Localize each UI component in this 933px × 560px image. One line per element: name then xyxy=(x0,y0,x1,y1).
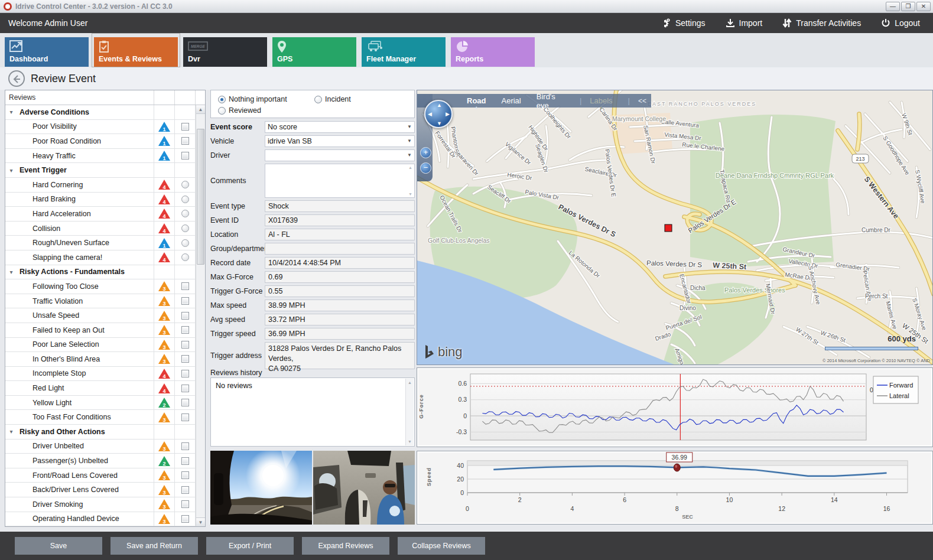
status-radio-incident[interactable]: Incident xyxy=(314,95,351,103)
map-pan-control[interactable]: ▲▼ ◀▶ xyxy=(424,100,453,128)
tree-group-row[interactable]: ▾Risky Actions - Fundamentals xyxy=(5,265,196,280)
item-checkbox[interactable] xyxy=(181,297,189,305)
tree-item-row[interactable]: Front/Road Lens Covered3 xyxy=(5,468,196,483)
tree-item-row[interactable]: In Other's Blind Area3 xyxy=(5,352,196,367)
item-checkbox[interactable] xyxy=(181,123,189,131)
event-location-marker[interactable] xyxy=(665,224,672,232)
textarea-scrollbar[interactable]: ▲▼ xyxy=(407,164,414,197)
collapse-arrow-icon[interactable]: ▾ xyxy=(5,428,17,435)
tree-item-row[interactable]: Hard Acceleration4 xyxy=(5,207,196,222)
map-view-aerial[interactable]: Aerial xyxy=(502,96,521,105)
tree-group-row[interactable]: ▾Risky and Other Actions xyxy=(5,425,196,439)
collapse-arrow-icon[interactable]: ▾ xyxy=(5,269,17,275)
tree-group-row[interactable]: ▾Adverse Conditions xyxy=(5,105,196,120)
bing-map[interactable]: Forrestal DrPhantom DrSearaven DrVigilan… xyxy=(417,90,933,365)
logout-button[interactable]: Logout xyxy=(881,18,920,28)
item-radio[interactable] xyxy=(181,181,189,188)
driver-select[interactable] xyxy=(265,149,415,161)
tree-item-row[interactable]: Too Fast For Conditions3 xyxy=(5,410,196,425)
item-checkbox[interactable] xyxy=(181,399,189,406)
tree-item-row[interactable]: Passenger(s) Unbelted2 xyxy=(5,454,196,468)
tab-fleet-manager[interactable]: Fleet Manager xyxy=(362,37,446,67)
radio-icon[interactable] xyxy=(218,107,226,115)
expand-reviews-button[interactable]: Expand Reviews xyxy=(302,537,389,555)
tree-item-row[interactable]: Driver Unbelted3 xyxy=(5,439,196,454)
tree-item-row[interactable]: Following Too Close3 xyxy=(5,279,196,294)
tree-item-row[interactable]: Yellow Light2 xyxy=(5,396,196,411)
item-checkbox[interactable] xyxy=(181,515,189,523)
collapse-reviews-button[interactable]: Collapse Reviews xyxy=(398,537,485,555)
item-checkbox[interactable] xyxy=(181,442,189,450)
save-and-return-button[interactable]: Save and Return xyxy=(110,537,198,555)
maximize-button[interactable]: ❐ xyxy=(901,2,915,11)
tree-item-row[interactable]: Driver Smoking3 xyxy=(5,497,196,512)
item-checkbox[interactable] xyxy=(181,500,189,508)
tree-item-row[interactable]: Red Light4 xyxy=(5,381,196,396)
item-checkbox[interactable] xyxy=(181,370,189,377)
cabin-camera-image[interactable] xyxy=(313,451,415,525)
tab-dvr[interactable]: MERGEDvr xyxy=(183,37,267,67)
tab-dashboard[interactable]: Dashboard xyxy=(5,37,89,67)
item-radio[interactable] xyxy=(181,224,189,232)
tab-reports[interactable]: Reports xyxy=(451,37,535,67)
map-zoom-out-button[interactable]: − xyxy=(420,162,431,174)
tree-group-row[interactable]: ▾Event Trigger xyxy=(5,163,196,178)
collapse-arrow-icon[interactable]: ▾ xyxy=(5,109,17,115)
tree-item-row[interactable]: Back/Driver Lens Covered3 xyxy=(5,483,196,497)
tree-item-row[interactable]: Poor Road Condition1 xyxy=(5,134,196,149)
map-view-bird-s-eye[interactable]: Bird's eye xyxy=(537,92,564,110)
item-radio[interactable] xyxy=(181,239,189,247)
back-button[interactable] xyxy=(8,70,25,87)
map-view-labels[interactable]: Labels xyxy=(590,96,612,105)
item-checkbox[interactable] xyxy=(181,486,189,494)
tree-item-row[interactable]: Hard Braking4 xyxy=(5,193,196,207)
tree-item-row[interactable]: Hard Cornering4 xyxy=(5,178,196,193)
road-camera-image[interactable] xyxy=(210,451,312,525)
reviews-history-scrollbar[interactable]: ▲▼ xyxy=(405,379,414,445)
tree-item-row[interactable]: Slapping the camera!4 xyxy=(5,250,196,265)
vehicle-select[interactable]: idrive Van SB xyxy=(265,135,415,147)
tab-gps[interactable]: GPS xyxy=(272,37,356,67)
reviews-history-list[interactable]: No reviews ▲▼ xyxy=(210,377,415,447)
event-score-select[interactable]: No score xyxy=(265,121,415,133)
item-checkbox[interactable] xyxy=(181,414,189,421)
minimize-button[interactable]: — xyxy=(886,2,900,11)
export-print-button[interactable]: Export / Print xyxy=(206,537,294,555)
item-checkbox[interactable] xyxy=(181,471,189,479)
reviews-scrollbar[interactable]: ▲ ▼ xyxy=(196,105,205,526)
scroll-up-icon[interactable]: ▲ xyxy=(196,105,205,114)
radio-icon[interactable] xyxy=(314,96,322,103)
item-checkbox[interactable] xyxy=(181,312,189,320)
item-radio[interactable] xyxy=(181,210,189,217)
import-button[interactable]: Import xyxy=(726,18,763,28)
status-radio-nothing-important[interactable]: Nothing important xyxy=(218,95,287,103)
status-radio-reviewed[interactable]: Reviewed xyxy=(218,106,261,115)
comments-textarea[interactable]: ▲▼ xyxy=(265,164,415,198)
collapse-arrow-icon[interactable]: ▾ xyxy=(5,167,17,174)
map-collapse-button[interactable]: << xyxy=(638,97,651,105)
item-checkbox[interactable] xyxy=(181,457,189,465)
item-radio[interactable] xyxy=(181,253,189,261)
tree-item-row[interactable]: Rough/Uneven Surface1 xyxy=(5,236,196,250)
tree-item-row[interactable]: Collision4 xyxy=(5,222,196,236)
item-checkbox[interactable] xyxy=(181,341,189,349)
radio-icon[interactable] xyxy=(218,96,226,103)
close-button[interactable]: ✕ xyxy=(916,2,931,11)
item-checkbox[interactable] xyxy=(181,282,189,290)
tree-item-row[interactable]: Failed to Keep an Out3 xyxy=(5,323,196,338)
save-button[interactable]: Save xyxy=(15,537,102,555)
item-checkbox[interactable] xyxy=(181,355,189,363)
tree-item-row[interactable]: Poor Visibility1 xyxy=(5,120,196,135)
item-radio[interactable] xyxy=(181,196,189,203)
item-checkbox[interactable] xyxy=(181,326,189,334)
item-checkbox[interactable] xyxy=(181,385,189,392)
tree-item-row[interactable]: Traffic Violation3 xyxy=(5,294,196,309)
tree-item-row[interactable]: Operating Handled Device3 xyxy=(5,512,196,526)
tree-item-row[interactable]: Unsafe Speed3 xyxy=(5,308,196,323)
item-checkbox[interactable] xyxy=(181,137,189,145)
tree-item-row[interactable]: Incomplete Stop4 xyxy=(5,367,196,382)
transfer-activities-button[interactable]: Transfer Activities xyxy=(782,18,861,28)
map-zoom-in-button[interactable]: + xyxy=(420,147,431,158)
tree-item-row[interactable]: Poor Lane Selection3 xyxy=(5,338,196,353)
scroll-down-icon[interactable]: ▼ xyxy=(196,517,205,526)
